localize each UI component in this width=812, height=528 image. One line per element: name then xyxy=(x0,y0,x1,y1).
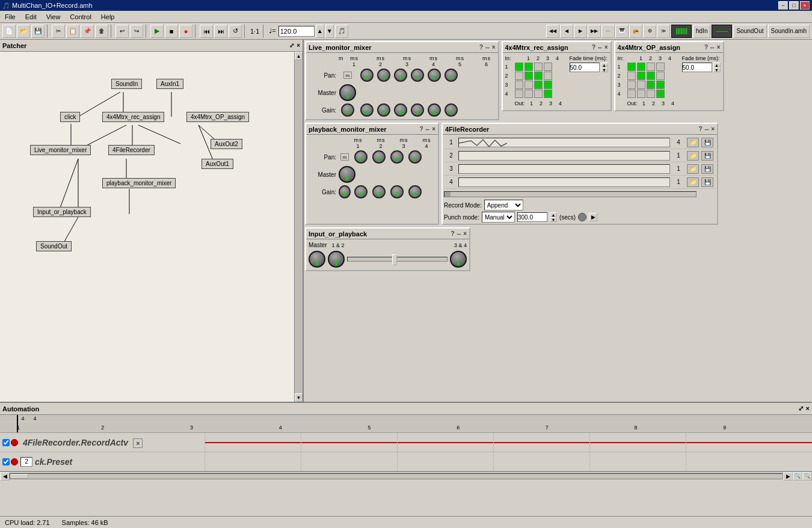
stop-button[interactable]: ■ xyxy=(165,25,178,38)
forward-button[interactable]: ⏭ xyxy=(214,25,227,38)
minimize-button[interactable]: – xyxy=(778,1,788,10)
midi-btn-5[interactable]: ⋯ xyxy=(601,25,615,38)
ra-min[interactable]: -- xyxy=(598,44,602,51)
lm-gain-3[interactable] xyxy=(394,103,407,117)
midi-btn-1[interactable]: ◀◀ xyxy=(546,25,559,38)
ra-cell-23[interactable] xyxy=(534,72,543,80)
scroll-down[interactable]: ▼ xyxy=(295,393,303,402)
menu-help[interactable]: Help xyxy=(96,12,120,22)
oa-up[interactable]: ▲ xyxy=(713,63,721,67)
ra-cell-13[interactable] xyxy=(534,63,543,71)
lm-min[interactable]: -- xyxy=(485,44,490,51)
oa-cell-32[interactable] xyxy=(637,81,645,89)
ra-cell-14[interactable] xyxy=(544,63,552,71)
pb-pan-4[interactable] xyxy=(408,150,422,164)
ra-cell-34[interactable] xyxy=(544,81,552,89)
pb-master-m[interactable]: m xyxy=(340,153,349,161)
scroll-up[interactable]: ▲ xyxy=(295,52,303,60)
node-4x4mtrx-op[interactable]: 4x4Mtrx_OP_assign xyxy=(186,112,249,122)
record-button[interactable]: ● xyxy=(179,25,192,38)
ra-help[interactable]: ? xyxy=(592,44,595,51)
ra-close[interactable]: × xyxy=(604,44,608,51)
hscroll-track[interactable] xyxy=(10,473,783,479)
oa-cell-42[interactable] xyxy=(637,90,645,98)
fr-close[interactable]: × xyxy=(711,126,715,132)
oa-cell-31[interactable] xyxy=(627,81,636,89)
ip-knob-left[interactable] xyxy=(309,251,325,268)
fr-row1-folder[interactable]: 📁 xyxy=(687,138,699,147)
patcher-close[interactable]: × xyxy=(297,42,300,49)
oa-cell-23[interactable] xyxy=(647,72,655,80)
node-auxin1[interactable]: AuxIn1 xyxy=(156,79,183,89)
fr-punch-play[interactable]: ▶ xyxy=(589,213,597,221)
lm-gain-5[interactable] xyxy=(428,103,441,117)
ip-close[interactable]: × xyxy=(463,230,467,237)
metronome-button[interactable]: 🎵 xyxy=(335,25,348,38)
node-live-monitor[interactable]: Live_monitor_mixer xyxy=(30,145,91,155)
node-input-or-playback[interactable]: Input_or_playback xyxy=(33,207,91,217)
pb-pan-2[interactable] xyxy=(372,150,386,164)
ra-fade-down[interactable]: ▼ xyxy=(601,67,608,72)
ra-cell-11[interactable] xyxy=(515,63,523,71)
bpm-up[interactable]: ▲ xyxy=(316,25,324,38)
oa-cell-12[interactable] xyxy=(637,63,645,71)
fr-row1-save[interactable]: 💾 xyxy=(701,138,713,147)
lm-pan-1[interactable] xyxy=(360,69,374,82)
hscroll-zoom-out[interactable]: 🔍 xyxy=(793,472,802,480)
patcher-vscroll[interactable]: ▲ ▼ xyxy=(294,52,303,402)
pb-master-gain[interactable] xyxy=(339,185,351,198)
pb-gain-4[interactable] xyxy=(408,185,422,198)
oa-close[interactable]: × xyxy=(717,44,721,51)
midi-icon[interactable]: 🎹 xyxy=(615,25,629,38)
ra-cell-22[interactable] xyxy=(524,72,533,80)
soundout-label[interactable]: SoundOut xyxy=(733,25,766,38)
node-4filerecorder[interactable]: 4FileRecorder xyxy=(108,145,155,155)
fr-row4-save[interactable]: 💾 xyxy=(701,177,713,187)
oa-cell-24[interactable] xyxy=(656,72,665,80)
bpm-down[interactable]: ▼ xyxy=(325,25,334,38)
ra-cell-31[interactable] xyxy=(515,81,523,89)
pb-master-knob[interactable] xyxy=(339,166,355,183)
midi-btn-6[interactable]: 📻 xyxy=(629,25,642,38)
oa-cell-34[interactable] xyxy=(656,81,665,89)
auto-track1-check[interactable] xyxy=(2,439,10,446)
ra-cell-21[interactable] xyxy=(515,72,523,80)
oa-help[interactable]: ? xyxy=(704,44,708,51)
pb-pan-1[interactable] xyxy=(354,150,368,164)
fr-row2-save[interactable]: 💾 xyxy=(701,151,713,161)
hscroll-zoom-in[interactable]: 🔍 xyxy=(802,472,812,480)
oa-cell-44[interactable] xyxy=(656,90,665,98)
fr-row2-folder[interactable]: 📁 xyxy=(687,151,699,161)
auto-track1-x-btn[interactable]: × xyxy=(133,438,143,448)
oa-min[interactable]: -- xyxy=(710,44,715,51)
ip-slider-thumb[interactable] xyxy=(392,254,397,265)
ra-cell-41[interactable] xyxy=(515,90,523,98)
node-soundin[interactable]: SoundIn xyxy=(111,79,142,89)
lm-pan-5[interactable] xyxy=(428,69,441,82)
menu-view[interactable]: View xyxy=(42,12,66,22)
oa-fade-input[interactable] xyxy=(682,63,712,72)
ra-fade-input[interactable] xyxy=(570,63,600,72)
lm-pan-4[interactable] xyxy=(411,69,424,82)
node-auxout2[interactable]: AuxOut2 xyxy=(211,139,242,149)
midi-btn-3[interactable]: ▶ xyxy=(574,25,587,38)
new-button[interactable]: 📄 xyxy=(2,25,16,38)
node-soundout[interactable]: SoundOut xyxy=(36,241,72,251)
pb-pan-3[interactable] xyxy=(390,150,404,164)
lm-gain-1[interactable] xyxy=(360,103,374,117)
hscroll-right[interactable]: ▶ xyxy=(783,472,793,480)
copy-button[interactable]: 📋 xyxy=(66,25,79,38)
lm-help[interactable]: ? xyxy=(479,44,483,51)
oa-down[interactable]: ▼ xyxy=(713,67,721,72)
soundin-label[interactable]: SoundIn.amh xyxy=(768,25,810,38)
fr-min[interactable]: -- xyxy=(704,126,709,132)
fr-help[interactable]: ? xyxy=(698,126,702,132)
lm-pan-6[interactable] xyxy=(444,69,458,82)
rewind-button[interactable]: ⏮ xyxy=(200,25,213,38)
auto-track2-check[interactable] xyxy=(2,458,10,465)
ra-cell-42[interactable] xyxy=(524,90,533,98)
fr-punch-time-input[interactable] xyxy=(517,212,547,222)
oa-cell-41[interactable] xyxy=(627,90,636,98)
ra-cell-33[interactable] xyxy=(534,81,543,89)
oa-cell-43[interactable] xyxy=(647,90,655,98)
